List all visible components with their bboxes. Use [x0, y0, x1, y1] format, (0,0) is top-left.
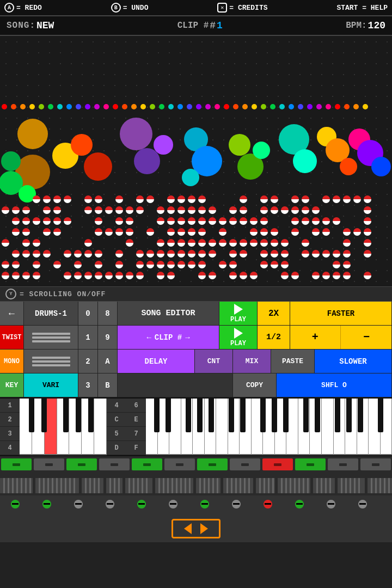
numa-cell[interactable]: A	[98, 350, 118, 373]
credits-icon[interactable]: ✕	[217, 3, 227, 13]
white-key[interactable]	[94, 399, 107, 455]
num9-cell[interactable]: 9	[98, 326, 118, 349]
play-button[interactable]: PLAY	[219, 302, 258, 325]
num0-cell[interactable]: 0	[78, 302, 98, 325]
num-label-3[interactable]: 3	[0, 427, 20, 441]
nav-left-arrow[interactable]	[184, 523, 192, 534]
white-key[interactable]	[169, 399, 181, 455]
num-label-c[interactable]: C	[107, 413, 126, 427]
track-btn-5[interactable]	[132, 458, 162, 470]
white-key[interactable]	[369, 399, 381, 455]
redo-icon[interactable]: A	[4, 3, 14, 13]
track-btn-11[interactable]	[328, 458, 358, 470]
paste-button[interactable]: PASTE	[271, 350, 315, 373]
white-key[interactable]	[228, 399, 240, 455]
undo-group: B = UNDO	[111, 3, 149, 13]
num-label-5[interactable]: 5	[107, 427, 126, 441]
white-key[interactable]	[32, 399, 45, 455]
num1-cell[interactable]: 1	[78, 326, 98, 349]
white-key[interactable]	[252, 399, 264, 455]
cnt-button[interactable]: CNT	[195, 350, 233, 373]
clip-nav-button[interactable]: ← CLIP # →	[118, 326, 219, 349]
white-key[interactable]	[205, 399, 217, 455]
song-editor-button[interactable]: SONG EDITOR	[118, 302, 219, 325]
track-btn-6[interactable]	[164, 458, 195, 470]
white-key[interactable]	[216, 399, 228, 455]
white-key[interactable]	[193, 399, 205, 455]
slower-button[interactable]: SLOWER	[315, 350, 392, 373]
white-key[interactable]	[357, 399, 369, 455]
piano-keys-2[interactable]	[146, 399, 392, 455]
white-key[interactable]	[381, 399, 392, 455]
track-btn-7[interactable]	[197, 458, 228, 470]
num8-cell[interactable]: 8	[98, 302, 118, 325]
nav-arrows[interactable]	[171, 519, 220, 538]
white-key[interactable]	[263, 399, 275, 455]
drums-button[interactable]: DRUMS-1	[24, 302, 78, 325]
track-btn-12[interactable]	[360, 458, 391, 470]
two-x-button[interactable]: 2X	[258, 302, 290, 325]
white-key[interactable]	[298, 399, 310, 455]
controls-row2: TWIST 1 9 ← CLIP # → PLAY 1/2 + −	[0, 326, 392, 350]
key-button[interactable]: KEY	[0, 373, 24, 397]
track-btn-8[interactable]	[230, 458, 260, 470]
play-button-2[interactable]: PLAY	[219, 326, 258, 349]
num-label-4[interactable]: 4	[0, 441, 20, 455]
half-button[interactable]: 1/2	[258, 326, 290, 349]
track-btn-3[interactable]	[66, 458, 97, 470]
track-btn-9[interactable]	[262, 458, 293, 470]
copy-button[interactable]: COPY	[233, 373, 277, 397]
mono-button[interactable]: MONO	[0, 350, 24, 373]
white-key[interactable]	[69, 399, 82, 455]
white-key[interactable]	[322, 399, 334, 455]
num-label-e[interactable]: E	[126, 413, 146, 427]
num-label-7[interactable]: 7	[126, 427, 146, 441]
faster-button[interactable]: FASTER	[290, 302, 392, 325]
white-key[interactable]	[146, 399, 158, 455]
nav-right-arrow[interactable]	[200, 523, 208, 534]
white-key[interactable]	[345, 399, 357, 455]
white-key[interactable]	[82, 399, 94, 455]
num2-cell[interactable]: 2	[78, 350, 98, 373]
white-key-active[interactable]	[45, 399, 57, 455]
track-btn-1[interactable]	[1, 458, 32, 470]
num-label-f[interactable]: F	[126, 441, 146, 455]
white-key[interactable]	[286, 399, 298, 455]
track-btn-2[interactable]	[34, 458, 64, 470]
num3-cell[interactable]: 3	[78, 373, 98, 397]
white-key[interactable]	[57, 399, 70, 455]
white-key[interactable]	[181, 399, 193, 455]
num-label-d[interactable]: D	[107, 441, 126, 455]
line-bar	[32, 364, 70, 366]
num-label-1[interactable]: 1	[0, 399, 20, 413]
num-label-2[interactable]: 2	[0, 413, 20, 427]
white-key[interactable]	[158, 399, 170, 455]
white-key[interactable]	[275, 399, 287, 455]
vari-button[interactable]: VARI	[24, 373, 78, 397]
delay-button[interactable]: DELAY	[118, 350, 195, 373]
clip-right-arrow[interactable]: →	[185, 333, 189, 342]
credits-label: = CREDITS	[229, 4, 267, 12]
num-label-6[interactable]: 6	[126, 399, 146, 413]
plus-button[interactable]: +	[290, 326, 341, 349]
back-button[interactable]: ←	[0, 302, 24, 325]
piano-keys-1[interactable]	[20, 399, 107, 455]
undo-icon[interactable]: B	[111, 3, 121, 13]
play-icon	[234, 304, 243, 315]
line-bar	[32, 357, 70, 359]
num-label-4[interactable]: 4	[107, 399, 126, 413]
white-key[interactable]	[310, 399, 322, 455]
numb-cell[interactable]: B	[98, 373, 118, 397]
clip-left-arrow[interactable]: ←	[146, 333, 151, 342]
white-key[interactable]	[240, 399, 252, 455]
minus-button[interactable]: −	[342, 326, 392, 349]
num-labels-right: 6 E 7 F	[126, 399, 146, 455]
track-btn-10[interactable]	[295, 458, 326, 470]
shfl-button[interactable]: SHFL O	[277, 373, 392, 397]
track-btn-4[interactable]	[99, 458, 130, 470]
top-bar: A = REDO B = UNDO ✕ = CREDITS START = HE…	[0, 0, 392, 16]
white-key[interactable]	[20, 399, 32, 455]
white-key[interactable]	[334, 399, 346, 455]
twist-button[interactable]: TWIST	[0, 326, 24, 349]
mix-button[interactable]: MIX	[233, 350, 271, 373]
